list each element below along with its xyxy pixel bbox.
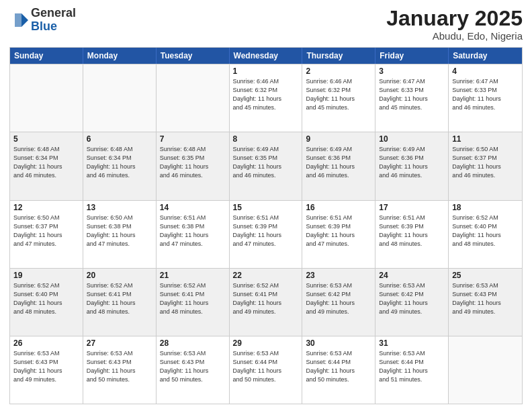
- day-info: Sunrise: 6:53 AM Sunset: 6:42 PM Dayligh…: [306, 281, 371, 316]
- day-info: Sunrise: 6:49 AM Sunset: 6:35 PM Dayligh…: [233, 145, 299, 180]
- logo: General Blue: [9, 7, 76, 34]
- day-info: Sunrise: 6:46 AM Sunset: 6:32 PM Dayligh…: [233, 77, 299, 112]
- day-info: Sunrise: 6:53 AM Sunset: 6:43 PM Dayligh…: [13, 349, 79, 384]
- day-info: Sunrise: 6:51 AM Sunset: 6:39 PM Dayligh…: [233, 214, 299, 248]
- day-number: 31: [379, 338, 445, 348]
- day-number: 27: [87, 338, 152, 348]
- calendar-day-cell: 24Sunrise: 6:53 AM Sunset: 6:42 PM Dayli…: [375, 269, 449, 336]
- calendar-header-cell: Tuesday: [157, 48, 230, 64]
- day-info: Sunrise: 6:49 AM Sunset: 6:36 PM Dayligh…: [306, 145, 371, 180]
- calendar-day-cell: 16Sunrise: 6:51 AM Sunset: 6:39 PM Dayli…: [302, 201, 375, 268]
- day-number: 8: [233, 134, 299, 144]
- calendar-day-cell: 21Sunrise: 6:52 AM Sunset: 6:41 PM Dayli…: [157, 269, 230, 336]
- day-info: Sunrise: 6:47 AM Sunset: 6:33 PM Dayligh…: [452, 77, 519, 112]
- calendar-week-row: 1Sunrise: 6:46 AM Sunset: 6:32 PM Daylig…: [10, 64, 522, 132]
- calendar-day-cell: 8Sunrise: 6:49 AM Sunset: 6:35 PM Daylig…: [230, 132, 303, 199]
- day-info: Sunrise: 6:46 AM Sunset: 6:32 PM Dayligh…: [306, 77, 371, 112]
- calendar-day-cell: 22Sunrise: 6:52 AM Sunset: 6:41 PM Dayli…: [230, 269, 303, 336]
- calendar-day-cell: 31Sunrise: 6:53 AM Sunset: 6:44 PM Dayli…: [375, 336, 449, 404]
- day-number: 25: [452, 271, 519, 280]
- day-number: 1: [233, 66, 299, 76]
- calendar-day-cell: 20Sunrise: 6:52 AM Sunset: 6:41 PM Dayli…: [83, 269, 157, 336]
- calendar-title: January 2025: [386, 7, 523, 30]
- calendar-subtitle: Abudu, Edo, Nigeria: [386, 30, 523, 42]
- calendar-day-cell: 2Sunrise: 6:46 AM Sunset: 6:32 PM Daylig…: [302, 64, 375, 132]
- calendar-day-cell: 26Sunrise: 6:53 AM Sunset: 6:43 PM Dayli…: [10, 336, 83, 404]
- calendar-day-cell: 6Sunrise: 6:48 AM Sunset: 6:34 PM Daylig…: [83, 132, 157, 199]
- day-number: 2: [306, 66, 371, 76]
- day-number: 12: [13, 203, 79, 212]
- day-number: 18: [452, 203, 519, 212]
- day-info: Sunrise: 6:52 AM Sunset: 6:41 PM Dayligh…: [233, 281, 299, 316]
- day-info: Sunrise: 6:53 AM Sunset: 6:44 PM Dayligh…: [306, 349, 371, 384]
- calendar-day-cell: [157, 64, 230, 132]
- calendar-day-cell: 19Sunrise: 6:52 AM Sunset: 6:40 PM Dayli…: [10, 269, 83, 336]
- calendar-day-cell: 9Sunrise: 6:49 AM Sunset: 6:36 PM Daylig…: [302, 132, 375, 199]
- day-number: 21: [160, 271, 226, 280]
- day-number: 19: [13, 271, 79, 280]
- day-info: Sunrise: 6:53 AM Sunset: 6:43 PM Dayligh…: [160, 349, 226, 384]
- calendar-header-row: SundayMondayTuesdayWednesdayThursdayFrid…: [10, 48, 522, 64]
- day-number: 16: [306, 203, 371, 212]
- calendar-day-cell: [83, 64, 157, 132]
- calendar-day-cell: 3Sunrise: 6:47 AM Sunset: 6:33 PM Daylig…: [375, 64, 449, 132]
- day-info: Sunrise: 6:50 AM Sunset: 6:37 PM Dayligh…: [13, 214, 79, 248]
- calendar-week-row: 19Sunrise: 6:52 AM Sunset: 6:40 PM Dayli…: [10, 268, 522, 336]
- day-number: 10: [379, 134, 445, 144]
- calendar-body: 1Sunrise: 6:46 AM Sunset: 6:32 PM Daylig…: [10, 64, 522, 404]
- calendar-week-row: 26Sunrise: 6:53 AM Sunset: 6:43 PM Dayli…: [10, 336, 522, 404]
- calendar-day-cell: 17Sunrise: 6:51 AM Sunset: 6:39 PM Dayli…: [375, 201, 449, 268]
- day-info: Sunrise: 6:52 AM Sunset: 6:40 PM Dayligh…: [13, 281, 79, 316]
- calendar-day-cell: 30Sunrise: 6:53 AM Sunset: 6:44 PM Dayli…: [302, 336, 375, 404]
- day-info: Sunrise: 6:47 AM Sunset: 6:33 PM Dayligh…: [379, 77, 445, 112]
- calendar-day-cell: 7Sunrise: 6:48 AM Sunset: 6:35 PM Daylig…: [157, 132, 230, 199]
- logo-general-text: General: [31, 6, 76, 19]
- day-number: 30: [306, 338, 371, 348]
- day-info: Sunrise: 6:48 AM Sunset: 6:34 PM Dayligh…: [13, 145, 79, 180]
- day-number: 5: [13, 134, 79, 144]
- day-number: 11: [452, 134, 519, 144]
- calendar-header-cell: Monday: [83, 48, 157, 64]
- day-info: Sunrise: 6:52 AM Sunset: 6:41 PM Dayligh…: [87, 281, 152, 316]
- day-info: Sunrise: 6:50 AM Sunset: 6:37 PM Dayligh…: [452, 145, 519, 180]
- day-number: 24: [379, 271, 445, 280]
- day-number: 20: [87, 271, 152, 280]
- day-info: Sunrise: 6:48 AM Sunset: 6:35 PM Dayligh…: [160, 145, 226, 180]
- day-number: 29: [233, 338, 299, 348]
- day-info: Sunrise: 6:51 AM Sunset: 6:39 PM Dayligh…: [306, 214, 371, 248]
- calendar-day-cell: 14Sunrise: 6:51 AM Sunset: 6:38 PM Dayli…: [157, 201, 230, 268]
- calendar-day-cell: 1Sunrise: 6:46 AM Sunset: 6:32 PM Daylig…: [230, 64, 303, 132]
- calendar-header-cell: Saturday: [449, 48, 522, 64]
- day-number: 22: [233, 271, 299, 280]
- day-number: 3: [379, 66, 445, 76]
- calendar-day-cell: 11Sunrise: 6:50 AM Sunset: 6:37 PM Dayli…: [449, 132, 522, 199]
- day-number: 4: [452, 66, 519, 76]
- day-info: Sunrise: 6:52 AM Sunset: 6:40 PM Dayligh…: [452, 214, 519, 248]
- calendar-day-cell: 12Sunrise: 6:50 AM Sunset: 6:37 PM Dayli…: [10, 201, 83, 268]
- calendar-day-cell: 29Sunrise: 6:53 AM Sunset: 6:44 PM Dayli…: [230, 336, 303, 404]
- calendar-day-cell: 4Sunrise: 6:47 AM Sunset: 6:33 PM Daylig…: [449, 64, 522, 132]
- svg-marker-0: [21, 13, 28, 27]
- calendar-day-cell: [10, 64, 83, 132]
- calendar-header-cell: Thursday: [302, 48, 375, 64]
- logo-text: General Blue: [31, 7, 76, 34]
- calendar-day-cell: 28Sunrise: 6:53 AM Sunset: 6:43 PM Dayli…: [157, 336, 230, 404]
- day-info: Sunrise: 6:53 AM Sunset: 6:43 PM Dayligh…: [452, 281, 519, 316]
- day-number: 26: [13, 338, 79, 348]
- day-info: Sunrise: 6:53 AM Sunset: 6:44 PM Dayligh…: [233, 349, 299, 384]
- calendar-day-cell: [449, 336, 522, 404]
- day-number: 15: [233, 203, 299, 212]
- day-info: Sunrise: 6:48 AM Sunset: 6:34 PM Dayligh…: [87, 145, 152, 180]
- day-info: Sunrise: 6:49 AM Sunset: 6:36 PM Dayligh…: [379, 145, 445, 180]
- day-info: Sunrise: 6:51 AM Sunset: 6:38 PM Dayligh…: [160, 214, 226, 248]
- day-number: 23: [306, 271, 371, 280]
- title-block: January 2025 Abudu, Edo, Nigeria: [386, 7, 523, 42]
- header: General Blue January 2025 Abudu, Edo, Ni…: [9, 7, 523, 42]
- calendar-week-row: 12Sunrise: 6:50 AM Sunset: 6:37 PM Dayli…: [10, 200, 522, 268]
- day-info: Sunrise: 6:53 AM Sunset: 6:43 PM Dayligh…: [87, 349, 152, 384]
- calendar-header-cell: Friday: [375, 48, 449, 64]
- calendar: SundayMondayTuesdayWednesdayThursdayFrid…: [9, 47, 523, 404]
- logo-icon: [9, 11, 28, 30]
- page: General Blue January 2025 Abudu, Edo, Ni…: [0, 0, 532, 411]
- logo-blue-text: Blue: [31, 19, 57, 33]
